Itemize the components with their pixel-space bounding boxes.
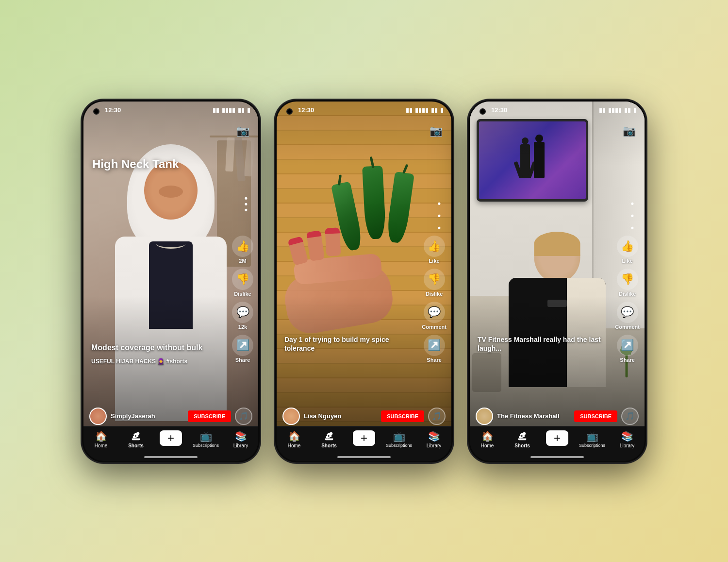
nav-subscriptions-2[interactable]: 📺Subscriptions (381, 430, 416, 448)
share-label-3: Share (620, 357, 635, 363)
nav-library-2[interactable]: 📚Library (416, 430, 451, 448)
channel-avatar-2 (282, 408, 300, 425)
nav-library-1[interactable]: 📚 Library (223, 430, 258, 448)
comment-count-1: 12k (238, 324, 247, 330)
comment-button-3[interactable]: 💬 Comment (615, 302, 640, 330)
nav-add-1[interactable]: + (153, 430, 188, 446)
nav-home-label-1: Home (95, 443, 108, 448)
comment-button-2[interactable]: 💬 Comment (422, 302, 447, 330)
video-overlay-phone2: 12:30 ▮▮▮▮▮▮▮▮▮ 📷 ••• Day 1 of trying to… (277, 102, 451, 426)
channel-bar-1: SimplyJaserah SUBSCRIBE 🎵 (83, 408, 258, 425)
nav-add-3[interactable]: + (540, 430, 575, 446)
side-actions-2: 👍 Like 👎 Dislike 💬 Comment ↗️ (422, 236, 447, 363)
nav-shorts-2[interactable]: Shorts (312, 430, 347, 448)
camera-hole (93, 108, 99, 115)
video-overlay-phone1: 12:30 ▮▮ ▮▮▮▮ ▮▮ ▮ 📷 ••• (83, 102, 258, 426)
channel-avatar-3 (476, 408, 493, 425)
bottom-nav-1: 🏠 Home Shorts + 📺 Subscriptions (83, 426, 258, 461)
video-description-3: TV Fitness Marshall really had the last … (478, 335, 611, 353)
dislike-button-2[interactable]: 👎 Dislike (424, 269, 445, 297)
status-bar-3: 12:30 ▮▮▮▮▮▮▮▮▮ (470, 102, 645, 119)
share-button-2[interactable]: ↗️ Share (424, 335, 445, 363)
status-bar-2: 12:30 ▮▮▮▮▮▮▮▮▮ (277, 102, 451, 119)
nav-home-1[interactable]: 🏠 Home (83, 430, 118, 448)
phone-3: 12:30 ▮▮▮▮▮▮▮▮▮ 📷 ••• TV Fitness Marshal… (467, 99, 647, 463)
nav-add-2[interactable]: + (347, 430, 381, 446)
dislike-button-3[interactable]: 👎 Dislike (617, 269, 638, 297)
camera-icon-1[interactable]: 📷 (236, 125, 249, 137)
dislike-label-1: Dislike (234, 291, 251, 297)
share-label-2: Share (427, 357, 442, 363)
dislike-button-1[interactable]: 👎 Dislike (232, 269, 253, 297)
side-actions-1: 👍 2M 👎 Dislike 💬 12k ↗️ (232, 236, 253, 363)
nav-library-3[interactable]: 📚Library (610, 430, 645, 448)
status-time-2: 12:30 (298, 106, 314, 114)
camera-icon-2[interactable]: 📷 (430, 125, 443, 137)
video-overlay-phone3: 12:30 ▮▮▮▮▮▮▮▮▮ 📷 ••• TV Fitness Marshal… (470, 102, 645, 426)
nav-library-label-1: Library (233, 443, 248, 448)
phones-container: 12:30 ▮▮ ▮▮▮▮ ▮▮ ▮ 📷 ••• (81, 99, 647, 463)
camera-hole-3 (480, 108, 486, 115)
like-label-3: Like (622, 258, 633, 264)
more-dots-2[interactable]: ••• (438, 199, 441, 233)
like-label-2: Like (429, 258, 440, 264)
nav-home-2[interactable]: 🏠Home (277, 430, 312, 448)
side-actions-3: 👍 Like 👎 Dislike 💬 Comment ↗️ (615, 236, 640, 363)
channel-bar-3: The Fitness Marshall SUBSCRIBE 🎵 (470, 408, 645, 425)
comment-label-3: Comment (615, 324, 640, 330)
nav-subscriptions-3[interactable]: 📺Subscriptions (575, 430, 610, 448)
bottom-nav-2: 🏠Home Shorts + 📺Subscriptions 📚Library (277, 426, 451, 461)
video-title-1: High Neck Tank (92, 157, 179, 171)
status-time: 12:30 (105, 106, 121, 114)
video-tags-1: USEFUL HIJAB HACKS 🧕 #shorts (91, 358, 187, 365)
like-button-3[interactable]: 👍 Like (617, 236, 638, 264)
more-dots-1[interactable]: ••• (245, 196, 248, 212)
video-description-1: Modest coverage without bulk (91, 343, 224, 353)
more-dots-3[interactable]: ••• (631, 199, 634, 233)
dislike-label-2: Dislike (426, 291, 443, 297)
camera-hole-2 (286, 108, 293, 115)
like-button-1[interactable]: 👍 2M (232, 236, 253, 264)
subscribe-button-2[interactable]: SUBSCRIBE (381, 410, 424, 422)
nav-subs-label-1: Subscriptions (193, 443, 219, 448)
nav-shorts-3[interactable]: Shorts (505, 430, 540, 448)
music-button-3[interactable]: 🎵 (621, 408, 639, 425)
channel-name-1: SimplyJaserah (111, 412, 184, 420)
nav-shorts-1[interactable]: Shorts (118, 430, 153, 448)
nav-subscriptions-1[interactable]: 📺 Subscriptions (188, 430, 223, 448)
background: 12:30 ▮▮ ▮▮▮▮ ▮▮ ▮ 📷 ••• (0, 0, 728, 562)
music-button-1[interactable]: 🎵 (235, 408, 252, 425)
subscribe-button-1[interactable]: SUBSCRIBE (188, 410, 231, 422)
music-button-2[interactable]: 🎵 (428, 408, 446, 425)
subscribe-button-3[interactable]: SUBSCRIBE (574, 410, 617, 422)
nav-indicator-1 (144, 456, 198, 458)
like-count-1: 2M (239, 258, 246, 264)
dislike-label-3: Dislike (619, 291, 636, 297)
nav-shorts-label-1: Shorts (128, 443, 144, 448)
status-bar: 12:30 ▮▮ ▮▮▮▮ ▮▮ ▮ (83, 102, 258, 119)
nav-home-3[interactable]: 🏠Home (470, 430, 505, 448)
share-button-1[interactable]: ↗️ Share (232, 335, 253, 363)
channel-avatar-1 (89, 408, 107, 425)
comment-button-1[interactable]: 💬 12k (232, 302, 253, 330)
channel-bar-2: Lisa Nguyen SUBSCRIBE 🎵 (277, 408, 451, 425)
phone-2: 12:30 ▮▮▮▮▮▮▮▮▮ 📷 ••• Day 1 of trying to… (274, 99, 454, 463)
channel-name-2: Lisa Nguyen (304, 412, 377, 420)
bottom-nav-3: 🏠Home Shorts + 📺Subscriptions 📚Library (470, 426, 645, 461)
phone-1: 12:30 ▮▮ ▮▮▮▮ ▮▮ ▮ 📷 ••• (81, 99, 261, 463)
status-time-3: 12:30 (491, 106, 507, 114)
video-description-2: Day 1 of trying to build my spice tolera… (284, 335, 417, 353)
channel-name-3: The Fitness Marshall (497, 412, 570, 420)
like-button-2[interactable]: 👍 Like (424, 236, 445, 264)
camera-icon-3[interactable]: 📷 (623, 125, 636, 137)
share-label-1: Share (235, 357, 250, 363)
comment-label-2: Comment (422, 324, 447, 330)
share-button-3[interactable]: ↗️ Share (617, 335, 638, 363)
